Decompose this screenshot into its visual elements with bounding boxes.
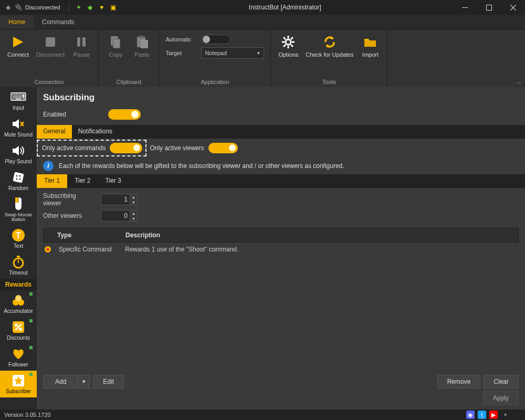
other-viewers-input[interactable]: 0 ▲▼ <box>101 210 138 222</box>
tier-tab-3[interactable]: Tier 3 <box>98 174 128 188</box>
only-active-viewers-toggle[interactable] <box>208 143 238 153</box>
svg-point-35 <box>15 295 22 301</box>
svg-point-38 <box>19 328 22 331</box>
sidebar-item-subscriber[interactable]: Subscriber <box>0 371 37 397</box>
svg-rect-0 <box>462 7 468 8</box>
sidebar-rewards-header: Rewards <box>0 279 37 290</box>
clear-button[interactable]: Clear <box>484 375 519 388</box>
youtube-icon[interactable]: ▶ <box>489 411 498 419</box>
connection-status: Disconnected <box>25 4 60 10</box>
svg-rect-2 <box>46 37 55 47</box>
automatic-toggle[interactable] <box>201 35 230 44</box>
th-description[interactable]: Description <box>120 232 518 239</box>
sidebar-item-discounts[interactable]: Discounts <box>0 317 37 344</box>
paste-button[interactable]: Paste <box>129 32 154 60</box>
sidebar-item-text[interactable]: T Text <box>0 225 37 252</box>
action-buttons: Add ▼ Edit Remove Clear Apply <box>43 375 519 388</box>
spin-down[interactable]: ▼ <box>130 216 137 221</box>
svg-rect-10 <box>141 40 148 48</box>
target-value: Notepad <box>205 50 227 56</box>
text-icon: T <box>10 227 26 243</box>
profile-icon-3[interactable]: ♥ <box>98 3 106 12</box>
coins-icon <box>10 292 26 308</box>
ribbon-collapse-button[interactable]: ︿ <box>517 79 522 86</box>
options-button[interactable]: Options <box>275 32 301 60</box>
svg-point-11 <box>286 39 291 45</box>
sidebar-item-timeout[interactable]: Timeout <box>0 252 37 279</box>
subscribing-viewer-input[interactable]: 1 ▲▼ <box>101 194 138 205</box>
discord-icon[interactable]: ◉ <box>466 411 475 419</box>
ribbon-group-label: Application <box>201 79 229 86</box>
active-badge <box>29 373 33 376</box>
sidebar-item-play-sound[interactable]: Play Sound <box>0 141 37 167</box>
th-type[interactable]: Type <box>52 232 120 239</box>
spin-up[interactable]: ▲ <box>130 194 137 200</box>
chevron-down-icon: ▼ <box>256 51 260 56</box>
sidebar-item-swap-mouse[interactable]: Swap Mouse Button <box>0 194 37 225</box>
minimize-button[interactable] <box>453 0 477 15</box>
svg-rect-20 <box>13 172 24 183</box>
tier-tab-2[interactable]: Tier 2 <box>67 174 98 188</box>
stopwatch-icon <box>10 254 26 270</box>
row-icon <box>43 246 54 253</box>
table-row[interactable]: Specific Command Rewards 1 use of the "S… <box>43 243 519 256</box>
svg-rect-3 <box>77 37 80 47</box>
remove-button[interactable]: Remove <box>437 375 481 388</box>
copy-icon <box>107 34 124 50</box>
row-type: Specific Command <box>54 246 120 253</box>
check-updates-button[interactable]: Check for Updates <box>302 32 356 60</box>
info-icon: i <box>43 161 54 171</box>
profile-icon-4[interactable]: ▣ <box>109 3 118 12</box>
table-header: Type Description <box>43 228 519 243</box>
tier-tab-1[interactable]: Tier 1 <box>37 174 67 188</box>
sidebar-item-mute[interactable]: Mute Sound <box>0 114 37 141</box>
heart-icon <box>10 346 26 362</box>
tier-tabs: Tier 1 Tier 2 Tier 3 <box>37 174 525 188</box>
spin-down[interactable]: ▼ <box>130 200 137 205</box>
svg-text:T: T <box>16 231 21 240</box>
plug-icon: 🔌 <box>15 4 22 11</box>
content-panel: Subscribing Enabled General Notification… <box>37 87 525 410</box>
add-button[interactable]: Add ▼ <box>43 375 90 388</box>
app-logo-icon: ◆ <box>4 4 12 11</box>
close-button[interactable] <box>501 0 525 15</box>
subtab-notifications[interactable]: Notifications <box>72 125 119 139</box>
pause-icon <box>73 34 90 50</box>
edit-button[interactable]: Edit <box>93 375 124 388</box>
twitter-icon[interactable]: t <box>478 411 486 419</box>
resize-grip-icon[interactable]: ⋰ <box>512 411 521 419</box>
sidebar-item-accumulator[interactable]: Accumulator <box>0 290 37 317</box>
profile-icon-2[interactable]: ◆ <box>86 3 94 12</box>
subscribing-viewer-label: Subscribing viewer <box>43 192 96 207</box>
svg-point-37 <box>15 323 18 327</box>
misc-icon-1[interactable]: ✦ <box>501 411 509 419</box>
only-active-commands-toggle[interactable] <box>110 143 142 153</box>
sidebar-item-random[interactable]: Random <box>0 167 37 194</box>
enabled-toggle[interactable] <box>108 109 141 120</box>
target-combo[interactable]: Notepad ▼ <box>201 47 264 59</box>
enabled-label: Enabled <box>43 111 66 118</box>
import-button[interactable]: Import <box>358 32 383 60</box>
maximize-button[interactable] <box>477 0 501 15</box>
subtabs: General Notifications <box>37 125 525 139</box>
row-desc: Rewards 1 use of the "Shoot" command. <box>120 246 519 253</box>
connect-button[interactable]: Connect <box>4 32 32 60</box>
spin-up[interactable]: ▲ <box>130 211 137 216</box>
ribbon-group-label: Connection <box>35 79 64 86</box>
pause-button[interactable]: Pause <box>69 32 94 60</box>
tab-home[interactable]: Home <box>0 15 34 29</box>
sidebar-item-follower[interactable]: Follower <box>0 344 37 371</box>
copy-button[interactable]: Copy <box>103 32 128 60</box>
subtab-general[interactable]: General <box>37 125 72 139</box>
svg-point-21 <box>16 175 18 177</box>
tab-commands[interactable]: Commands <box>34 15 82 29</box>
star-icon <box>10 373 26 388</box>
profile-icon-1[interactable]: ✦ <box>75 3 83 12</box>
paste-icon <box>133 34 150 50</box>
active-badge <box>29 346 33 349</box>
svg-point-23 <box>16 178 18 180</box>
sidebar-item-input[interactable]: ⌨ Input <box>0 87 37 114</box>
chevron-down-icon[interactable]: ▼ <box>78 379 89 384</box>
apply-button[interactable]: Apply <box>483 392 519 405</box>
disconnect-button[interactable]: Disconnect <box>33 32 68 60</box>
